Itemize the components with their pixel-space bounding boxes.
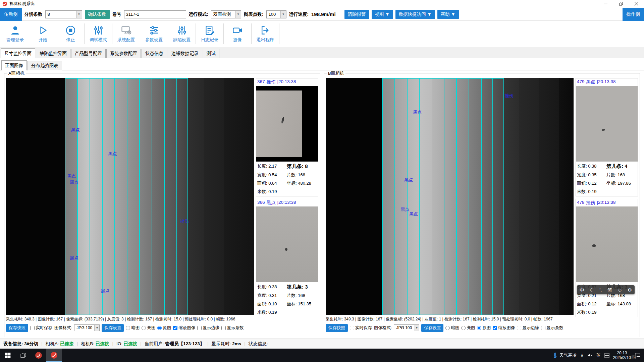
weather-widget[interactable]: 天气寒冷 bbox=[552, 352, 577, 358]
realtime-save-input[interactable] bbox=[350, 326, 354, 330]
camera-a-controls: 保存快照 实时保存 图像格式: JPG 100 ▼ 保存设置 暗图 bbox=[6, 323, 254, 332]
date-value: 2025/2/10 bbox=[613, 355, 631, 360]
exit-program-button[interactable]: 退出程序 bbox=[256, 25, 275, 43]
tab-system-param-config[interactable]: 系统参数配置 bbox=[106, 49, 141, 58]
save-settings-button[interactable]: 保存设置 bbox=[102, 324, 124, 332]
image-format-select[interactable]: JPG 100 ▼ bbox=[394, 324, 419, 331]
defect-label: 黑点 bbox=[70, 255, 78, 261]
save-settings-button[interactable]: 保存设置 bbox=[421, 324, 443, 332]
clear-alarm-button[interactable]: 清除报警 bbox=[344, 10, 369, 19]
realtime-save-input[interactable] bbox=[30, 326, 35, 330]
save-snapshot-button[interactable]: 保存快照 bbox=[326, 324, 348, 332]
tab-size-monitor[interactable]: 尺寸监控界面 bbox=[1, 48, 35, 58]
current-user-label: 当前用户: bbox=[145, 341, 164, 347]
run-mode-select[interactable]: 双面检测 ▼ bbox=[211, 10, 241, 18]
zoom-image-checkbox[interactable]: 缩放图像 bbox=[493, 325, 515, 331]
show-edge-input[interactable] bbox=[517, 326, 521, 330]
roll-number-input[interactable] bbox=[124, 10, 186, 18]
realtime-save-checkbox[interactable]: 实时保存 bbox=[350, 325, 372, 331]
chart-points-label: 图表点数: bbox=[244, 11, 264, 17]
start-button[interactable] bbox=[0, 349, 15, 362]
action-center-button[interactable]: 6 bbox=[635, 352, 641, 358]
operator-side-button[interactable]: 操作侧 bbox=[623, 8, 644, 21]
clock[interactable]: 20:13 2025/2/10 bbox=[613, 351, 631, 360]
running-app-icon[interactable] bbox=[46, 349, 62, 362]
camera-capture-button[interactable]: 摄像 bbox=[228, 25, 247, 43]
log-record-button[interactable]: 日志记录 bbox=[200, 25, 219, 43]
data-quick-access-menu-button[interactable]: 数据快捷访问 ▼ bbox=[395, 10, 435, 19]
defect-card[interactable]: 479 黑点 |20:13:38 长度: 0.38 第几条: 4 宽度: 0.3… bbox=[576, 78, 638, 196]
dark-image-radio[interactable]: 暗图 bbox=[445, 325, 459, 331]
parameter-settings-button[interactable]: 参数设置 bbox=[145, 25, 163, 43]
defect-card[interactable]: 367 挫伤 |20:13:38 长度: 2.17 第几条: 8 宽度: 0.5… bbox=[256, 78, 318, 196]
show-edge-checkbox[interactable]: 显示边缘 bbox=[197, 325, 219, 331]
dark-image-input[interactable] bbox=[126, 326, 130, 330]
language-indicator[interactable]: 英 bbox=[596, 352, 601, 358]
start-button[interactable]: 开始 bbox=[34, 25, 52, 43]
drive-side-button[interactable]: 传动侧 bbox=[0, 8, 22, 21]
original-image-input[interactable] bbox=[157, 326, 162, 330]
confirm-count-button[interactable]: 确认条数 bbox=[85, 10, 110, 19]
save-snapshot-button[interactable]: 保存快照 bbox=[6, 324, 28, 332]
bright-image-input[interactable] bbox=[142, 326, 146, 330]
chart-points-select[interactable]: 100 ▼ bbox=[266, 10, 286, 18]
zoom-image-input[interactable] bbox=[173, 326, 177, 330]
punctuation-icon[interactable]: ’, bbox=[599, 288, 602, 292]
debug-mode-button[interactable]: 调试模式 bbox=[89, 25, 108, 43]
original-image-input[interactable] bbox=[477, 326, 481, 330]
bright-image-radio[interactable]: 亮图 bbox=[461, 325, 475, 331]
tab-defect-monitor[interactable]: 缺陷监控界面 bbox=[36, 49, 70, 58]
tab-front-image[interactable]: 正面图像 bbox=[1, 60, 27, 70]
task-view-button[interactable] bbox=[15, 349, 31, 362]
stop-button[interactable]: 停止 bbox=[61, 25, 80, 43]
original-image-radio[interactable]: 原图 bbox=[157, 325, 171, 331]
show-strips-input[interactable] bbox=[221, 326, 226, 330]
moon-icon[interactable]: ☾ bbox=[590, 288, 594, 292]
tab-product-model-config[interactable]: 产品型号配置 bbox=[71, 49, 106, 58]
slit-count-select[interactable]: 8 ▼ bbox=[45, 10, 82, 18]
emoji-icon[interactable]: ☺ bbox=[618, 288, 622, 292]
show-edge-input[interactable] bbox=[197, 326, 202, 330]
bright-image-input[interactable] bbox=[461, 326, 466, 330]
manage-login-button[interactable]: 管理登录 bbox=[6, 25, 24, 43]
zoom-image-checkbox[interactable]: 缩放图像 bbox=[173, 325, 195, 331]
zoom-image-input[interactable] bbox=[493, 326, 497, 330]
defect-card[interactable]: 478 挫伤 |20:13:38 长度: 0.57 第几条: 3 宽度: 0.2… bbox=[576, 199, 638, 317]
defect-thumbnail bbox=[576, 206, 638, 282]
show-strips-input[interactable] bbox=[541, 326, 545, 330]
show-strips-checkbox[interactable]: 显示条数 bbox=[541, 325, 563, 331]
bright-image-radio[interactable]: 亮图 bbox=[142, 325, 155, 331]
sliders-vertical-icon bbox=[93, 25, 104, 36]
image-format-select[interactable]: JPG 100 ▼ bbox=[74, 324, 100, 331]
ime-chinese-mode[interactable]: 中 bbox=[580, 288, 584, 292]
view-menu-button[interactable]: 视图 ▼ bbox=[372, 10, 393, 19]
realtime-save-checkbox[interactable]: 实时保存 bbox=[30, 325, 52, 331]
defect-type: 挫伤 bbox=[267, 79, 276, 85]
defect-label: 挫伤 bbox=[180, 218, 189, 224]
gear-icon[interactable]: ⚙ bbox=[628, 288, 632, 292]
ime-simplified-mode[interactable]: 简 bbox=[607, 288, 612, 292]
dark-image-input[interactable] bbox=[445, 326, 450, 330]
close-button[interactable] bbox=[629, 0, 644, 8]
pinned-app-icon[interactable] bbox=[31, 349, 46, 362]
tab-status-info[interactable]: 状态信息 bbox=[142, 49, 167, 58]
panel-a-title: A面相机 bbox=[7, 70, 26, 76]
dark-image-radio[interactable]: 暗图 bbox=[126, 325, 140, 331]
restore-button[interactable] bbox=[613, 0, 629, 8]
tab-distribution-trend-chart[interactable]: 分布趋势图表 bbox=[28, 61, 62, 70]
defect-settings-button[interactable]: 缺陷设置 bbox=[172, 25, 191, 43]
original-image-radio[interactable]: 原图 bbox=[477, 325, 491, 331]
thermometer-icon bbox=[552, 352, 558, 358]
tab-test[interactable]: 测试 bbox=[203, 49, 219, 58]
defect-card[interactable]: 366 黑点 |20:13:38 长度: 0.38 第几条: 3 宽度: 0.3… bbox=[256, 199, 318, 317]
show-strips-checkbox[interactable]: 显示条数 bbox=[221, 325, 244, 331]
help-menu-button[interactable]: 帮助 ▼ bbox=[437, 10, 459, 19]
system-config-button[interactable]: 系统配置 bbox=[117, 25, 136, 43]
ime-keyboard-icon[interactable] bbox=[604, 353, 609, 358]
tab-edge-data-record[interactable]: 边缘数据记录 bbox=[168, 49, 202, 58]
status-info-label: 状态信息: bbox=[249, 341, 268, 347]
show-edge-checkbox[interactable]: 显示边缘 bbox=[517, 325, 539, 331]
speaker-mute-icon[interactable] bbox=[587, 353, 593, 358]
minimize-button[interactable] bbox=[598, 0, 613, 8]
chevron-up-icon[interactable]: ∧ bbox=[581, 353, 584, 358]
